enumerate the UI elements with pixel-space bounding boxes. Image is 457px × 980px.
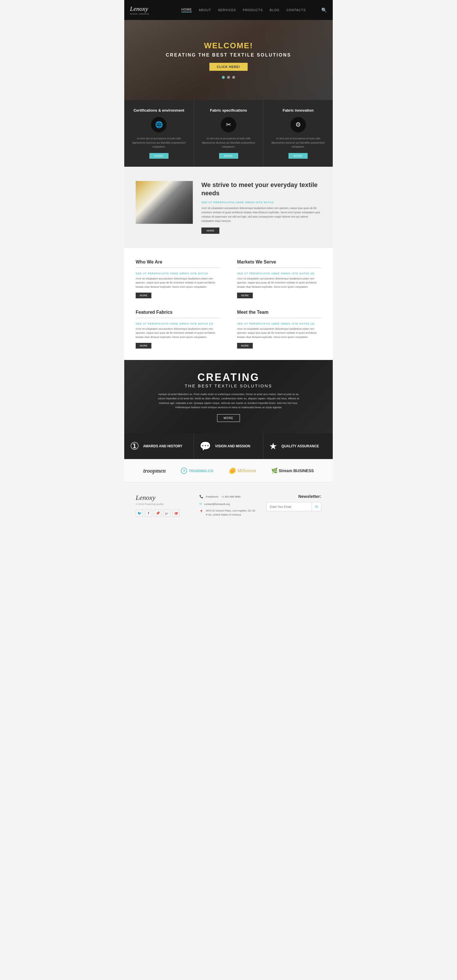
nav-contacts[interactable]: CONTACTS (287, 8, 306, 12)
quality-label: QUALITY ASSURANCE (281, 444, 319, 449)
site-header: Lenoxy textile industry HOME ABOUT SERVI… (124, 0, 333, 20)
feature-fabric-innovation: Fabric innovation ⚙ At vero eos et accus… (263, 100, 333, 167)
footer-social-links: 🐦 f 📌 g+ 🐙 (136, 509, 194, 517)
hero-cta-button[interactable]: CLICK HERE! (209, 63, 248, 71)
footer-address: 4870 St Vincent Place, Los Angeles, DC 4… (205, 509, 257, 517)
partners-section: troopmen ✕ TRAIDING.CO 🌼 Millenium 🌿 Str… (124, 459, 333, 482)
feature-desc-1: At vero eos et accusamus et iusto odio d… (130, 137, 188, 149)
hero-dots (222, 76, 235, 79)
feature-certifications: Certifications & environment 🌐 At vero e… (124, 100, 194, 167)
footer-copy: © 2019 Powering quality (136, 503, 194, 506)
footer-email: contact@lenswork.org (204, 502, 230, 506)
about-body: Arror sit voluptatem accusantium dolorem… (201, 206, 321, 224)
info-btn-1[interactable]: MORE (136, 293, 151, 298)
logo-text: Lenoxy (130, 5, 148, 13)
info-btn-2[interactable]: MORE (237, 293, 253, 298)
social-facebook-icon[interactable]: f (145, 509, 152, 517)
traiding-circle-icon: ✕ (181, 468, 187, 474)
info-title-2: Markets We Serve (237, 259, 321, 268)
parallax-more-button[interactable]: MORE (217, 414, 240, 422)
newsletter-input[interactable] (266, 502, 312, 511)
footer-phone-row: 📞 Freephone: +1 800 888 8880 (199, 494, 257, 500)
nav-home[interactable]: HOME (182, 8, 192, 12)
info-fabrics: Featured Fabrics SED UT PERSPICIATIS UND… (136, 310, 220, 348)
awards-label: AWARDS AND HISTORY (143, 444, 183, 449)
info-btn-4[interactable]: MORE (237, 343, 253, 348)
footer-email-row: ✉ contact@lenswork.org (199, 501, 257, 507)
info-markets: Markets We Serve SED UT PERSPICIATIS UND… (237, 259, 321, 298)
social-googleplus-icon[interactable]: g+ (163, 509, 170, 517)
feature-icon-1: 🌐 (151, 117, 167, 132)
vision-label: VISION AND MISSION (215, 444, 250, 449)
stream-leaf-icon: 🌿 (271, 468, 278, 474)
about-image (136, 181, 193, 224)
nav-products[interactable]: PRODUCTS (243, 8, 263, 12)
nav-about[interactable]: ABOUT (199, 8, 211, 12)
about-heading: We strive to meet your everyday textile … (201, 181, 321, 197)
feature-title-2: Fabric specifications (200, 108, 258, 113)
feature-btn-3[interactable]: MORE (288, 153, 307, 159)
footer-address-row: 📍 4870 St Vincent Place, Los Angeles, DC… (199, 509, 257, 517)
email-icon: ✉ (199, 501, 202, 507)
footer-logo: Lenoxy (136, 494, 194, 501)
newsletter-label: Newsletter: (263, 494, 321, 499)
feature-icon-2: ✂ (221, 117, 236, 132)
footer-logo-block: Lenoxy © 2019 Powering quality 🐦 f 📌 g+ … (136, 494, 194, 517)
parallax-subtitle: THE BEST TEXTILE SOLUTIONS (185, 383, 272, 388)
feature-fabric-specs: Fabric specifications ✂ At vero eos et a… (194, 100, 264, 167)
feature-btn-2[interactable]: MORE (219, 153, 238, 159)
social-pinterest-icon[interactable]: 📌 (154, 509, 161, 517)
info-subtitle-1: SED UT PERSPICIATIS UNDE OMNIS ISTE NATU… (136, 272, 220, 275)
about-text: We strive to meet your everyday textile … (201, 181, 321, 234)
hero-welcome: WELCOME! (204, 41, 253, 50)
features-section: Certifications & environment 🌐 At vero e… (124, 100, 333, 167)
badge-vision: 💬 VISION AND MISSION (194, 433, 264, 459)
millenium-label: Millenium (237, 468, 256, 473)
partner-millenium: 🌼 Millenium (228, 467, 256, 474)
about-more-button[interactable]: MORE (201, 228, 219, 234)
hero-section: WELCOME! CREATING THE BEST TEXTILE SOLUT… (124, 20, 333, 100)
info-title-1: Who We Are (136, 259, 220, 268)
info-subtitle-4: SED UT PERSPICIATIS UNDE OMNIS ISTE NATU… (237, 322, 321, 325)
feature-btn-1[interactable]: MORE (150, 153, 169, 159)
parallax-body: Aenean sit amet bibendum ex. Proin matti… (157, 392, 300, 410)
millenium-icon: 🌼 (228, 467, 236, 474)
info-subtitle-2: SED UT PERSPICIATIS UNDE OMNIS ISTE NATU… (237, 272, 321, 275)
hero-dot-2[interactable] (227, 76, 230, 79)
feature-icon-3: ⚙ (290, 117, 306, 132)
phone-icon: 📞 (199, 494, 203, 500)
awards-icon: ① (130, 440, 139, 452)
stream-label: Stream BUSINESS (279, 468, 314, 473)
info-btn-3[interactable]: MORE (136, 343, 151, 348)
info-who-we-are: Who We Are SED UT PERSPICIATIS UNDE OMNI… (136, 259, 220, 298)
search-icon[interactable]: 🔍 (321, 8, 327, 13)
quality-icon: ★ (269, 441, 277, 452)
hero-dot-3[interactable] (232, 76, 235, 79)
social-twitter-icon[interactable]: 🐦 (136, 509, 143, 517)
info-body-2: Arror sit voluptatem accusantium dolorem… (237, 277, 321, 289)
badge-quality: ★ QUALITY ASSURANCE (263, 433, 333, 459)
footer-phone: +1 800 888 8880 (221, 495, 240, 499)
address-icon: 📍 (199, 509, 203, 515)
info-sections: Who We Are SED UT PERSPICIATIS UNDE OMNI… (124, 248, 333, 360)
vision-icon: 💬 (200, 441, 211, 452)
badges-section: ① AWARDS AND HISTORY 💬 VISION AND MISSIO… (124, 433, 333, 459)
nav-blog[interactable]: BLOG (270, 8, 280, 12)
info-title-4: Meet the Team (237, 310, 321, 318)
info-title-3: Featured Fabrics (136, 310, 220, 318)
partner-traiding: ✕ TRAIDING.CO (181, 468, 213, 474)
feature-title-3: Fabric innovation (269, 108, 327, 113)
feature-desc-3: At vero eos et accusamus et iusto odio d… (269, 137, 327, 149)
social-github-icon[interactable]: 🐙 (172, 509, 180, 517)
info-team: Meet the Team SED UT PERSPICIATIS UNDE O… (237, 310, 321, 348)
info-subtitle-3: SED UT PERSPICIATIS UNDE OMNIS ISTE NATU… (136, 322, 220, 325)
hero-dot-1[interactable] (222, 76, 225, 79)
traiding-label: TRAIDING.CO (189, 469, 213, 473)
parallax-title: CREATING (197, 371, 260, 383)
nav-services[interactable]: SERVICES (218, 8, 236, 12)
site-footer: Lenoxy © 2019 Powering quality 🐦 f 📌 g+ … (124, 482, 333, 528)
info-body-3: Arror sit voluptatem accusantium dolorem… (136, 327, 220, 339)
newsletter-form: ✉ (263, 502, 321, 511)
footer-phone-label: Freephone: (205, 495, 219, 499)
newsletter-submit-button[interactable]: ✉ (312, 502, 321, 511)
